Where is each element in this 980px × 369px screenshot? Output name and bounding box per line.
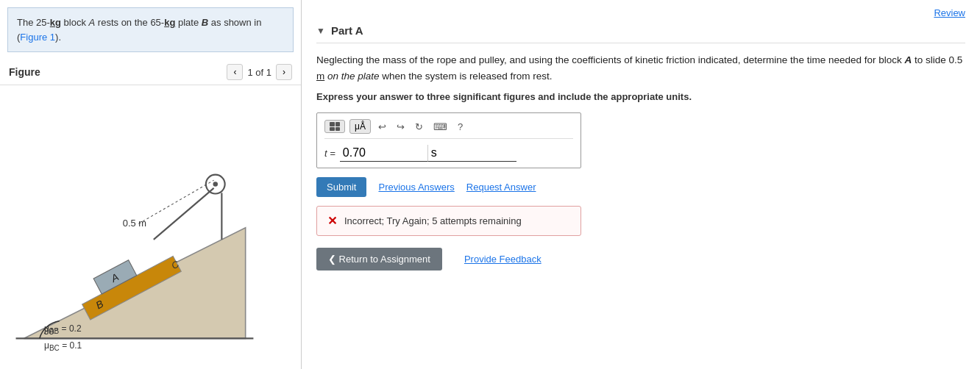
review-link[interactable]: Review — [934, 7, 965, 18]
review-link-area: Review — [316, 7, 965, 18]
undo-icon[interactable]: ↩ — [375, 120, 389, 134]
return-to-assignment-button[interactable]: ❮ Return to Assignment — [316, 248, 442, 271]
question-text: Neglecting the mass of the rope and pull… — [316, 52, 965, 84]
feedback-box: ✕ Incorrect; Try Again; 5 attempts remai… — [316, 206, 581, 236]
page-indicator: 1 of 1 — [247, 67, 271, 78]
collapse-arrow-icon[interactable]: ▼ — [316, 26, 325, 36]
refresh-icon[interactable]: ↻ — [412, 120, 426, 134]
figure-header: Figure ‹ 1 of 1 › — [0, 60, 301, 85]
left-panel: The 25-kg block A rests on the 65-kg pla… — [0, 0, 302, 369]
next-figure-button[interactable]: › — [276, 64, 292, 80]
part-header: ▼ Part A — [316, 24, 965, 43]
prev-answers-button[interactable]: Previous Answers — [378, 182, 454, 193]
keyboard-icon[interactable]: ⌨ — [430, 120, 450, 134]
matrix-button[interactable] — [324, 120, 345, 133]
mu-ab-label: μAB = 0.2 — [44, 321, 82, 337]
units-instruction: Express your answer to three significant… — [316, 91, 965, 102]
bold-kg2: kg — [164, 17, 175, 28]
request-answer-button[interactable]: Request Answer — [466, 182, 536, 193]
figure-nav: ‹ 1 of 1 › — [227, 64, 292, 80]
mu-icon: μÅ — [355, 121, 366, 132]
svg-point-9 — [213, 182, 218, 186]
prev-figure-button[interactable]: ‹ — [227, 64, 243, 80]
action-row: Submit Previous Answers Request Answer — [316, 177, 965, 197]
figure1-link[interactable]: Figure 1 — [20, 32, 55, 43]
mu-button[interactable]: μÅ — [349, 119, 371, 134]
svg-text:0.5 m: 0.5 m — [123, 218, 146, 229]
submit-button[interactable]: Submit — [316, 177, 366, 197]
svg-line-7 — [154, 188, 214, 240]
answer-box: μÅ ↩ ↪ ↻ ⌨ ? t = — [316, 112, 581, 168]
figure-area: 30° A B 0.5 m C μAB = 0 — [0, 85, 301, 369]
incorrect-icon: ✕ — [327, 214, 337, 228]
mu-bc-label: μBC = 0.1 — [44, 338, 82, 354]
answer-input[interactable] — [340, 145, 428, 162]
part-title: Part A — [331, 24, 363, 37]
right-panel: Review ▼ Part A Neglecting the mass of t… — [302, 0, 980, 369]
bottom-row: ❮ Return to Assignment Provide Feedback — [316, 248, 965, 271]
provide-feedback-button[interactable]: Provide Feedback — [464, 254, 542, 265]
plate-B: B — [202, 17, 208, 28]
help-icon[interactable]: ? — [455, 120, 466, 134]
redo-icon[interactable]: ↪ — [394, 120, 408, 134]
input-label: t = — [324, 148, 335, 159]
problem-description: The 25-kg block A rests on the 65-kg pla… — [7, 7, 294, 52]
input-row: t = — [324, 145, 573, 162]
answer-toolbar: μÅ ↩ ↪ ↻ ⌨ ? — [324, 119, 573, 139]
block-A: A — [89, 17, 96, 28]
figure-svg: 30° A B 0.5 m C μAB = 0 — [0, 85, 301, 362]
unit-input[interactable] — [428, 145, 516, 162]
svg-line-11 — [138, 180, 213, 223]
feedback-text: Incorrect; Try Again; 5 attempts remaini… — [344, 215, 522, 226]
bold-kg1: kg — [50, 17, 61, 28]
figure-title: Figure — [9, 66, 40, 78]
